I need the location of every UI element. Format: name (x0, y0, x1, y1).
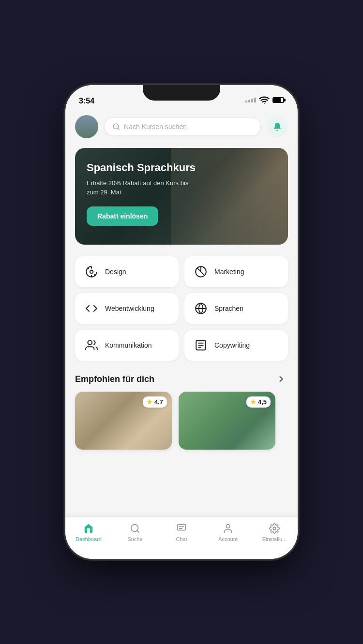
wifi-icon (259, 95, 270, 105)
suche-icon (129, 523, 141, 534)
phone-screen: 3:54 (65, 85, 298, 559)
banner-title: Spanisch Sprachkurs (87, 161, 200, 174)
course-card-2[interactable]: ★ 4,5 (179, 392, 275, 450)
category-sprachen[interactable]: Sprachen (184, 293, 288, 324)
design-icon (84, 264, 99, 279)
app-header: Nach Kursen suchen (65, 109, 298, 144)
recommended-courses-row: ★ 4,7 ★ 4,5 (65, 392, 298, 459)
search-placeholder: Nach Kursen suchen (124, 123, 187, 131)
nav-account-label: Account (218, 536, 238, 542)
course-rating-value-1: 4,7 (154, 398, 163, 406)
avatar[interactable] (75, 115, 98, 138)
course-image-1: ★ 4,7 (75, 392, 172, 450)
copywriting-icon (193, 337, 209, 353)
nav-einstellungen-label: Einstellu... (262, 536, 287, 542)
course-rating-badge-1: ★ 4,7 (143, 396, 167, 408)
battery-icon (272, 97, 284, 103)
recommended-title: Empfohlen für dich (75, 374, 154, 384)
category-grid: Design Marketing (65, 249, 298, 368)
svg-point-6 (88, 340, 92, 345)
promo-banner: Spanisch Sprachkurs Erhalte 20% Rabatt a… (75, 148, 288, 245)
design-label: Design (105, 268, 126, 276)
bell-icon (272, 122, 282, 132)
course-card-1[interactable]: ★ 4,7 (75, 392, 172, 450)
signal-icon (245, 98, 256, 102)
star-icon-1: ★ (147, 398, 152, 406)
course-rating-value-2: 4,5 (258, 398, 267, 406)
webdev-label: Webentwicklung (105, 305, 154, 312)
redeem-discount-button[interactable]: Rabatt einlösen (87, 206, 158, 226)
course-image-2: ★ 4,5 (179, 392, 275, 450)
kommunikation-icon (84, 337, 99, 353)
notification-bell-button[interactable] (267, 116, 288, 137)
phone-frame: 3:54 (65, 85, 298, 559)
nav-suche[interactable]: Suche (112, 523, 158, 542)
bottom-navigation: Dashboard Suche (65, 516, 298, 559)
kommunikation-label: Kommunikation (105, 341, 152, 349)
category-design[interactable]: Design (75, 256, 179, 287)
course-rating-badge-2: ★ 4,5 (246, 396, 271, 408)
copywriting-label: Copywriting (214, 341, 250, 349)
account-icon (222, 523, 234, 534)
nav-dashboard-label: Dashboard (76, 536, 102, 542)
status-time: 3:54 (79, 97, 94, 105)
nav-chat-label: Chat (176, 536, 187, 542)
category-copywriting[interactable]: Copywriting (184, 330, 288, 361)
nav-chat[interactable]: Chat (158, 523, 205, 542)
webdev-icon (84, 301, 99, 316)
sprachen-label: Sprachen (214, 305, 243, 312)
search-bar[interactable]: Nach Kursen suchen (104, 117, 261, 136)
status-icons (245, 95, 284, 105)
nav-account[interactable]: Account (205, 523, 251, 542)
nav-suche-label: Suche (127, 536, 142, 542)
settings-icon (269, 523, 280, 534)
category-marketing[interactable]: Marketing (184, 256, 288, 287)
nav-dashboard[interactable]: Dashboard (65, 523, 112, 542)
chat-icon (176, 523, 187, 534)
svg-point-2 (90, 270, 93, 274)
svg-point-0 (264, 103, 265, 104)
category-webdev[interactable]: Webentwicklung (75, 293, 179, 324)
star-icon-2: ★ (250, 398, 256, 406)
banner-subtitle: Erhalte 20% Rabatt auf den Kurs bis zum … (87, 179, 200, 196)
marketing-label: Marketing (214, 268, 244, 276)
recommended-more-button[interactable] (274, 372, 288, 386)
svg-rect-12 (178, 525, 186, 530)
main-content: Nach Kursen suchen Spanisch Sprachkurs E… (65, 109, 298, 559)
banner-content: Spanisch Sprachkurs Erhalte 20% Rabatt a… (87, 161, 200, 226)
search-icon (112, 123, 120, 131)
sprachen-icon (193, 301, 209, 316)
svg-point-16 (273, 527, 276, 530)
notch (143, 85, 220, 101)
nav-einstellungen[interactable]: Einstellu... (251, 523, 298, 542)
category-kommunikation[interactable]: Kommunikation (75, 330, 179, 361)
marketing-icon (193, 264, 209, 279)
recommended-section-header: Empfohlen für dich (65, 368, 298, 392)
home-icon (83, 523, 94, 534)
svg-point-15 (226, 525, 229, 528)
